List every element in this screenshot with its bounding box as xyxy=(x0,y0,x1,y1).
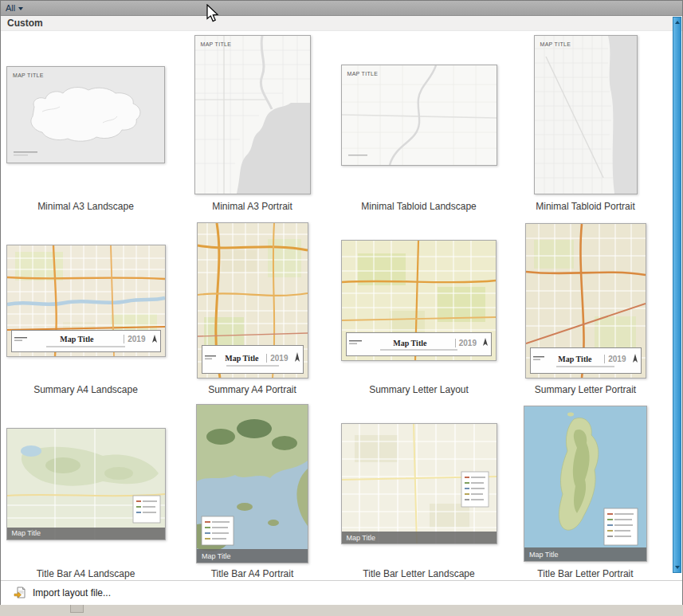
banner-map-title: Map Title xyxy=(218,354,267,363)
import-file-icon xyxy=(14,587,26,599)
triangle-up-icon xyxy=(675,21,680,24)
layout-item-titlebar-letter-portrait[interactable]: Map Title Title Bar Letter Portrait xyxy=(502,403,669,580)
banner-year: 2019 xyxy=(266,354,291,363)
thumb-slot: Map Title 2019 xyxy=(6,221,166,380)
layout-template-label: Title Bar Letter Landscape xyxy=(363,568,474,580)
layout-item-summary-a4-portrait[interactable]: Map Title 2019 Summary A4 Portrait xyxy=(169,221,336,396)
banner-map-title: Map Title xyxy=(365,339,455,347)
layout-item-summary-a4-landscape[interactable]: Map Title 2019 Summary A4 Landscape xyxy=(2,221,169,396)
summary-banner: Map Title 2019 xyxy=(346,332,492,356)
layout-item-summary-letter-portrait[interactable]: Map Title 2019 Summary Letter Portrait xyxy=(502,221,669,396)
layout-thumbnail[interactable]: Map Title 2019 xyxy=(6,245,166,357)
map-preview xyxy=(195,36,310,194)
map-preview xyxy=(7,67,164,163)
layout-item-titlebar-a4-landscape[interactable]: Map Title Title Bar A4 Landscape xyxy=(2,403,169,580)
titlebar-overlay: Map Title xyxy=(342,532,497,543)
layout-template-label: Summary A4 Landscape xyxy=(33,384,138,396)
banner-credits-line xyxy=(380,349,457,351)
layout-thumbnail[interactable]: MAP TITLE xyxy=(534,35,638,194)
filter-dropdown[interactable]: All xyxy=(6,3,23,13)
summary-banner: Map Title 2019 xyxy=(11,330,161,352)
banner-credits-line xyxy=(46,346,125,347)
thumb-slot: Map Title xyxy=(6,403,166,564)
banner-year: 2019 xyxy=(124,335,148,343)
map-preview xyxy=(7,429,165,539)
map-preview xyxy=(535,36,637,194)
layout-template-label: Title Bar Letter Portrait xyxy=(537,568,633,580)
thumbnail-map-title: MAP TITLE xyxy=(347,71,379,77)
layout-template-label: Minimal A3 Landscape xyxy=(37,201,134,213)
scale-bar-icon xyxy=(14,336,30,343)
layout-template-label: Summary Letter Layout xyxy=(369,384,469,396)
layout-thumbnail[interactable]: Map Title xyxy=(341,423,497,544)
layout-thumbnail[interactable]: MAP TITLE xyxy=(194,35,311,194)
scrollbar[interactable] xyxy=(673,17,681,573)
layout-thumbnail[interactable]: MAP TITLE xyxy=(6,66,165,163)
banner-map-title: Map Title xyxy=(30,335,124,343)
thumb-slot: MAP TITLE xyxy=(6,33,165,197)
layout-template-label: Summary A4 Portrait xyxy=(208,384,296,396)
thumbnail-map-title: MAP TITLE xyxy=(201,41,232,47)
thumbnail-map-title: MAP TITLE xyxy=(540,41,571,47)
layout-thumbnail[interactable]: Map Title xyxy=(524,406,647,562)
scrollbar-thumb[interactable] xyxy=(673,27,681,563)
north-arrow-icon xyxy=(151,335,158,344)
banner-credits-line xyxy=(226,365,279,367)
layout-item-minimal-tabloid-landscape[interactable]: MAP TITLE Minimal Tabloid Landscape xyxy=(336,33,502,213)
layout-thumbnail[interactable]: Map Title 2019 xyxy=(197,222,308,379)
layout-template-label: Title Bar A4 Landscape xyxy=(37,568,135,580)
layout-thumbnail[interactable]: Map Title xyxy=(6,428,166,540)
triangle-down-icon xyxy=(675,566,680,569)
layout-item-minimal-a3-portrait[interactable]: MAP TITLE Minimal A3 Portrait xyxy=(169,33,336,213)
banner-credits-line xyxy=(556,366,614,367)
titlebar-overlay: Map Title xyxy=(524,547,646,561)
window-background-notch xyxy=(70,605,84,613)
thumb-slot: Map Title 2019 xyxy=(525,221,646,380)
thumb-slot: MAP TITLE xyxy=(534,33,638,197)
banner-year: 2019 xyxy=(455,339,480,347)
thumb-slot: Map Title 2019 xyxy=(341,221,497,380)
titlebar-map-title: Map Title xyxy=(202,552,231,560)
layout-thumbnail[interactable]: Map Title xyxy=(196,404,308,563)
scale-bar-icon xyxy=(205,355,218,361)
map-preview xyxy=(342,65,497,165)
titlebar-map-title: Map Title xyxy=(347,534,376,542)
north-arrow-icon xyxy=(632,354,638,364)
thumb-slot: Map Title xyxy=(341,403,497,564)
titlebar-overlay: Map Title xyxy=(7,528,165,539)
scale-bar-icon xyxy=(349,339,365,346)
layout-template-label: Title Bar A4 Portrait xyxy=(211,568,294,580)
layout-item-minimal-a3-landscape[interactable]: MAP TITLE Minimal A3 Landscape xyxy=(2,33,169,213)
thumb-slot: Map Title 2019 xyxy=(197,221,308,380)
section-header-custom: Custom xyxy=(1,16,682,31)
thumb-slot: Map Title xyxy=(524,403,647,564)
layout-template-label: Minimal A3 Portrait xyxy=(212,201,292,213)
chevron-down-icon xyxy=(18,7,23,10)
scroll-down-arrow[interactable] xyxy=(673,563,681,572)
layout-template-label: Minimal Tabloid Portrait xyxy=(536,201,635,213)
import-layout-label: Import layout file... xyxy=(33,587,111,598)
thumbnail-map-title: MAP TITLE xyxy=(13,73,44,78)
layout-thumbnail[interactable]: Map Title 2019 xyxy=(341,240,497,361)
layout-thumbnail[interactable]: MAP TITLE xyxy=(341,65,497,166)
thumb-slot: MAP TITLE xyxy=(194,33,311,197)
layout-thumbnail[interactable]: Map Title 2019 xyxy=(525,223,646,379)
layout-item-minimal-tabloid-portrait[interactable]: MAP TITLE Minimal Tabloid Portrait xyxy=(502,33,669,213)
north-arrow-icon xyxy=(294,352,300,363)
layout-item-titlebar-a4-portrait[interactable]: Map Title Title Bar A4 Portrait xyxy=(169,403,336,580)
gallery-row: Map Title Title Bar A4 Landscape xyxy=(2,403,669,580)
layout-template-label: Summary Letter Portrait xyxy=(535,384,636,396)
layout-item-titlebar-letter-landscape[interactable]: Map Title Title Bar Letter Landscape xyxy=(336,403,502,580)
layout-template-label: Minimal Tabloid Landscape xyxy=(361,201,477,213)
thumb-slot: MAP TITLE xyxy=(341,33,497,197)
titlebar-overlay: Map Title xyxy=(197,549,308,563)
import-layout-row[interactable]: Import layout file... xyxy=(1,580,682,605)
scale-bar-icon xyxy=(533,355,546,362)
map-preview xyxy=(342,424,497,543)
north-arrow-icon xyxy=(482,338,489,347)
layout-item-summary-letter-layout[interactable]: Map Title 2019 Summary Letter Layout xyxy=(336,221,502,396)
summary-banner: Map Title 2019 xyxy=(202,345,304,374)
layout-gallery-panel: All Custom MAP TIT xyxy=(0,0,683,605)
gallery-grid: MAP TITLE Minimal A3 Landscape xyxy=(2,33,669,580)
scroll-up-arrow[interactable] xyxy=(673,18,681,27)
